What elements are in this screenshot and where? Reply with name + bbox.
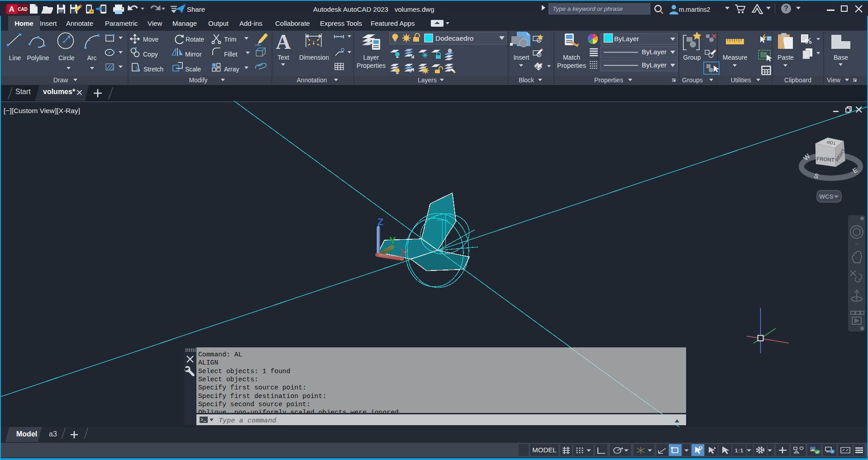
svg-text:Utilities: Utilities xyxy=(730,76,751,84)
svg-text:Groups: Groups xyxy=(682,76,703,84)
svg-text:Specify first source point:: Specify first source point: xyxy=(198,384,306,391)
svg-text:Stretch: Stretch xyxy=(143,66,163,73)
svg-text:Layers: Layers xyxy=(418,76,437,84)
svg-text:Line: Line xyxy=(9,54,21,62)
svg-text:Array: Array xyxy=(224,66,239,73)
svg-text:Arc: Arc xyxy=(87,54,97,62)
svg-text:Dimension: Dimension xyxy=(299,54,329,61)
svg-text:[−][Custom View][X-Ray]: [−][Custom View][X-Ray] xyxy=(4,107,80,114)
svg-text:Copy: Copy xyxy=(143,51,158,58)
svg-text:Properties: Properties xyxy=(594,76,623,84)
svg-text:Clipboard: Clipboard xyxy=(784,76,811,84)
svg-text:i: i xyxy=(832,450,833,454)
svg-text:Select objects:: Select objects: xyxy=(198,376,258,383)
svg-text:Properties: Properties xyxy=(357,62,386,69)
svg-text:Rotate: Rotate xyxy=(186,36,204,43)
svg-text:ByLayer: ByLayer xyxy=(642,61,667,69)
svg-text:Modify: Modify xyxy=(189,76,207,84)
svg-text:Properties: Properties xyxy=(557,62,586,69)
svg-text:Paste: Paste xyxy=(777,54,794,61)
svg-text:ALIGN: ALIGN xyxy=(198,359,218,366)
svg-text:ByLayer: ByLayer xyxy=(642,48,667,56)
svg-text:Trim: Trim xyxy=(224,36,236,43)
svg-text:Block: Block xyxy=(519,76,534,84)
svg-text:Y: Y xyxy=(389,235,396,246)
svg-text:CAD: CAD xyxy=(18,7,28,12)
svg-text:Annotation: Annotation xyxy=(297,76,327,84)
svg-text:A: A xyxy=(9,5,14,14)
svg-text:Specify second source point:: Specify second source point: xyxy=(198,401,310,408)
svg-text:Circle: Circle xyxy=(58,54,75,62)
svg-text:Measure: Measure xyxy=(723,54,748,61)
svg-text:Polyline: Polyline xyxy=(27,54,49,62)
svg-text:1:1: 1:1 xyxy=(734,447,744,453)
svg-text:Type a command: Type a command xyxy=(219,417,276,425)
svg-text:Base: Base xyxy=(834,54,848,61)
svg-text:WCS: WCS xyxy=(819,193,834,200)
svg-text:Dodecaedro: Dodecaedro xyxy=(435,34,473,42)
svg-text:Scale: Scale xyxy=(185,66,201,73)
svg-text:Fillet: Fillet xyxy=(224,51,238,58)
svg-text:Insert: Insert xyxy=(513,54,529,61)
svg-text:Text: Text xyxy=(277,54,289,61)
svg-text:Mirror: Mirror xyxy=(185,51,202,58)
svg-text:Group: Group xyxy=(683,54,701,61)
svg-text:A: A xyxy=(276,31,291,53)
svg-text:Select objects: 1 found: Select objects: 1 found xyxy=(198,368,291,375)
svg-text:View: View xyxy=(827,76,841,84)
svg-text:Draw: Draw xyxy=(53,76,69,84)
svg-text:Match: Match xyxy=(563,54,580,61)
svg-text:Layer: Layer xyxy=(363,54,379,61)
svg-text:Command: AL: Command: AL xyxy=(198,351,242,358)
svg-text:Move: Move xyxy=(143,36,158,43)
svg-text:ByLayer: ByLayer xyxy=(614,35,639,43)
svg-text:Specify first destination poin: Specify first destination point: xyxy=(198,393,326,400)
